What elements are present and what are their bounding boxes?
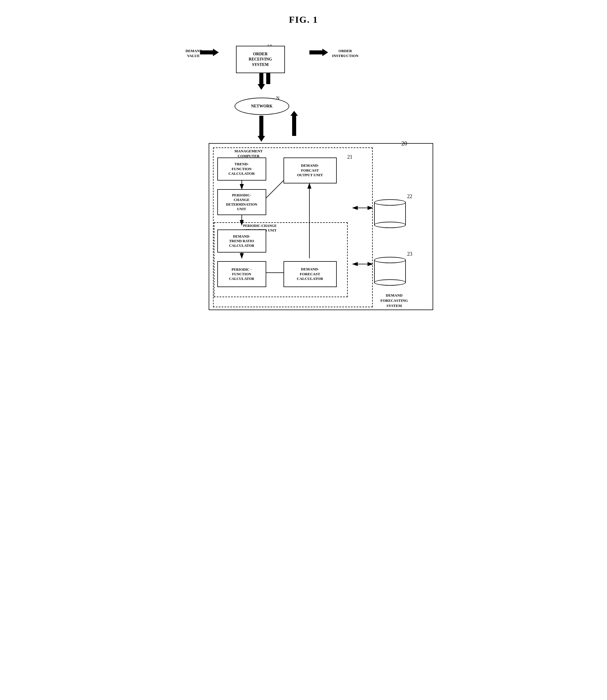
svg-marker-14: [259, 116, 263, 136]
svg-marker-17: [290, 111, 298, 116]
svg-marker-9: [322, 49, 328, 56]
demand-forecasting-system-label: DEMANDFORECASTINGSYSTEM: [371, 293, 417, 309]
ref-23: 23: [407, 251, 413, 257]
demand-value-label: DEMAND VALUE: [186, 49, 202, 59]
cyl-body-demand: [374, 260, 406, 283]
cyl-top-profile: [374, 199, 406, 206]
page: FIG. 1: [174, 6, 433, 333]
svg-marker-7: [213, 49, 219, 56]
periodic-change-determination-box: PERIODIC-CHANGEDETERMINATIONUNIT: [217, 189, 266, 215]
ref-22: 22: [407, 193, 413, 200]
demand-data-storage: DEMAND DATASTORAGEUNIT: [374, 257, 406, 283]
network-label: NETWORK: [251, 104, 273, 108]
management-computer-label: MANAGEMENTCOMPUTER: [234, 149, 263, 159]
cyl-body-profile: [374, 202, 406, 225]
svg-marker-8: [309, 50, 322, 55]
demand-forecast-calculator-box: DEMAND-FORECASTCALCULATOR: [284, 261, 337, 287]
cyl-bottom-demand: [374, 279, 406, 286]
diagram: 10 ORDER RECEIVING SYSTEM DEMAND VALUE O…: [186, 34, 422, 322]
profile-data-storage: PROFILEDATA STORAGEUNIT: [374, 199, 406, 225]
cyl-top-demand: [374, 257, 406, 263]
demand-forecast-output-box: DEMAND-FORCASTOUTPUT UNIT: [284, 158, 337, 183]
trend-function-calculator-box: TREND-FUNCTIONCALCULATOR: [217, 158, 266, 181]
network-ellipse: NETWORK: [234, 98, 289, 115]
cyl-bottom-profile: [374, 222, 406, 228]
demand-trend-ratio-box: DEMAND-TREND RATIOCALCULATOR: [217, 229, 266, 252]
svg-marker-16: [292, 116, 296, 136]
svg-marker-15: [257, 136, 265, 142]
figure-title: FIG. 1: [186, 14, 422, 25]
svg-marker-11: [257, 84, 265, 90]
order-receiving-system-label: ORDER RECEIVING SYSTEM: [249, 52, 272, 67]
order-receiving-system-box: ORDER RECEIVING SYSTEM: [236, 46, 285, 73]
order-instruction-label: ORDER INSTRUCTION: [330, 49, 361, 59]
periodic-function-calculator-box: PERIODIC -FUNCTIONCALCULATOR: [217, 261, 266, 287]
